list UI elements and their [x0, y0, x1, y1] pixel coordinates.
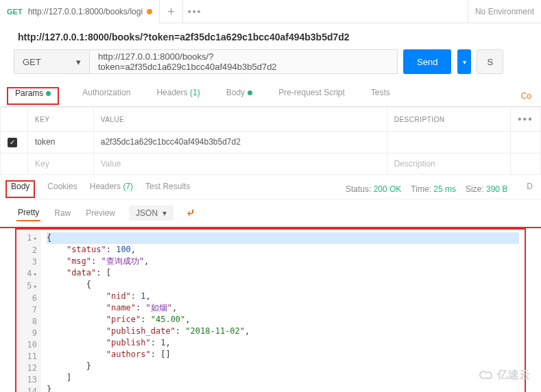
request-line: GET ▾ http://127.0.0.1:8000/books/?token… — [14, 49, 398, 74]
tab-prerequest[interactable]: Pre-request Script — [276, 88, 348, 104]
tab-authorization[interactable]: Authorization — [80, 88, 133, 104]
tab-params[interactable]: Params — [12, 88, 53, 105]
cookies-link[interactable]: Co — [521, 91, 531, 101]
table-row[interactable]: ✓ token a2f35dc1a629c1bcc40af494b3b5d7d2 — [1, 132, 541, 154]
col-description: DESCRIPTION — [387, 108, 510, 132]
send-dropdown-button[interactable]: ▾ — [457, 49, 471, 74]
tab-method: GET — [7, 8, 23, 16]
url-input[interactable]: http://127.0.0.1:8000/books/?token=a2f35… — [90, 50, 397, 73]
body-modified-icon — [248, 90, 252, 95]
bulk-edit-button[interactable]: ••• — [511, 108, 541, 132]
view-pretty[interactable]: Pretty — [16, 205, 40, 221]
response-tab-tests[interactable]: Test Results — [145, 182, 190, 197]
watermark: 亿速云 — [479, 368, 530, 382]
tab-title: http://127.0.0.1:8000/books/logi — [28, 7, 143, 16]
unsaved-indicator-icon — [147, 9, 152, 14]
params-table: KEY VALUE DESCRIPTION ••• ✓ token a2f35d… — [0, 107, 541, 175]
send-button[interactable]: Send — [403, 49, 451, 74]
request-tab[interactable]: GET http://127.0.0.1:8000/books/logi — [0, 0, 160, 23]
code-content: { "status": 100, "msg": "查询成功", "data": … — [41, 230, 525, 393]
tab-options-button[interactable]: ••• — [183, 6, 206, 17]
col-key: KEY — [28, 108, 94, 132]
wrap-lines-icon[interactable]: ⤶ — [186, 206, 195, 219]
view-raw[interactable]: Raw — [53, 206, 72, 221]
param-value-placeholder[interactable]: Value — [93, 153, 387, 174]
save-button[interactable]: S — [477, 49, 503, 74]
response-status: Status: 200 OK Time: 25 ms Size: 390 B — [346, 184, 507, 194]
response-tab-body[interactable]: Body — [11, 182, 29, 197]
method-select[interactable]: GET ▾ — [14, 50, 90, 73]
param-desc-placeholder[interactable]: Description — [387, 153, 510, 174]
chevron-down-icon: ▾ — [76, 57, 81, 67]
response-body[interactable]: 12345 67891011121314 { "status": 100, "m… — [15, 228, 526, 393]
tab-headers[interactable]: Headers (1) — [154, 88, 202, 104]
method-label: GET — [23, 57, 41, 67]
line-gutter: 12345 67891011121314 — [16, 230, 41, 393]
col-value: VALUE — [93, 108, 387, 132]
download-button[interactable]: D — [527, 182, 533, 197]
environment-selector[interactable]: No Environment — [468, 0, 541, 23]
param-value-input[interactable]: a2f35dc1a629c1bcc40af494b3b5d7d2 — [93, 132, 387, 154]
param-key-placeholder[interactable]: Key — [28, 153, 94, 174]
tab-body[interactable]: Body — [224, 88, 255, 104]
tab-tests[interactable]: Tests — [368, 88, 393, 104]
params-modified-icon — [46, 91, 51, 96]
format-select[interactable]: JSON ▾ — [129, 206, 173, 221]
param-key-input[interactable]: token — [28, 132, 94, 154]
table-row-new[interactable]: Key Value Description — [1, 153, 541, 174]
request-name: http://127.0.0.1:8000/books/?token=a2f35… — [0, 23, 541, 49]
row-checkbox[interactable]: ✓ — [8, 138, 17, 147]
response-tab-cookies[interactable]: Cookies — [47, 182, 77, 197]
param-desc-input[interactable] — [387, 132, 510, 154]
view-preview[interactable]: Preview — [84, 206, 117, 221]
response-tab-headers[interactable]: Headers (7) — [90, 182, 133, 197]
new-tab-button[interactable]: + — [160, 0, 183, 23]
